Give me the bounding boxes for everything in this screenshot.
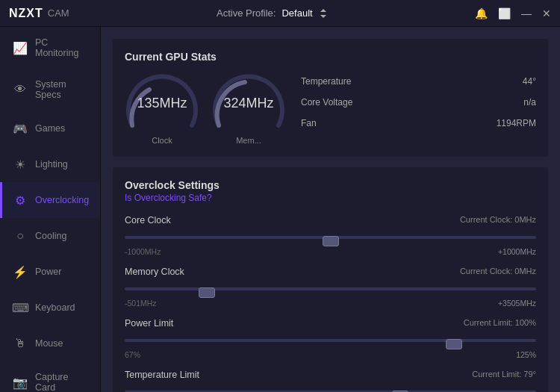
power-limit-thumb[interactable]	[446, 339, 462, 349]
fan-value: 1194RPM	[497, 118, 536, 128]
temp-limit-setting: Temperature Limit Current Limit: 79° 60°…	[125, 370, 536, 392]
temperature-stat: Temperature 44°	[301, 73, 536, 87]
core-clock-label: Core Clock	[125, 215, 171, 225]
system-specs-label: System Specs	[35, 79, 90, 100]
gpu-gauges: 135MHz Clock 324MHz Mem...	[125, 73, 286, 145]
overclock-card: Overclock Settings Is Overclocking Safe?…	[113, 167, 548, 392]
core-clock-setting: Core Clock Current Clock: 0MHz -1000MHz …	[125, 215, 536, 256]
memory-clock-label: Memory Clock	[125, 267, 184, 277]
minimize-button[interactable]: —	[521, 7, 532, 19]
capture-card-label: Capture Card	[35, 372, 90, 392]
temperature-info: Temperature 44°	[301, 76, 536, 87]
core-clock-header: Core Clock Current Clock: 0MHz	[125, 215, 536, 225]
power-limit-label: Power Limit	[125, 318, 173, 329]
core-voltage-label: Core Voltage	[301, 97, 352, 108]
power-limit-min: 67%	[125, 350, 140, 359]
fan-label: Fan	[301, 118, 317, 128]
games-icon: 🎮	[13, 121, 28, 136]
power-icon: ⚡	[13, 264, 28, 279]
capture-card-icon: 📷	[13, 375, 28, 390]
active-profile: Active Profile: Default	[217, 7, 328, 19]
power-limit-setting: Power Limit Current Limit: 100% 67% 125%	[125, 318, 536, 359]
sidebar-item-pc-monitoring[interactable]: 📈PC Monitoring	[0, 27, 100, 69]
logo: NZXT CAM	[9, 7, 69, 20]
gpu-stats-card: Current GPU Stats 135MHz Clock	[113, 39, 548, 157]
sidebar-item-games[interactable]: 🎮Games	[0, 111, 100, 146]
core-voltage-stat: Core Voltage n/a	[301, 94, 536, 108]
power-limit-current: Current Limit: 100%	[464, 318, 536, 329]
logo-nzxt: NZXT	[9, 7, 43, 20]
memory-clock-setting: Memory Clock Current Clock: 0MHz -501MHz…	[125, 267, 536, 308]
mouse-label: Mouse	[35, 338, 63, 349]
temperature-label: Temperature	[301, 76, 351, 87]
sidebar-item-mouse[interactable]: 🖱Mouse	[0, 326, 100, 361]
sidebar: 📈PC Monitoring👁System Specs🎮Games☀Lighti…	[0, 27, 101, 392]
sidebar-item-system-specs[interactable]: 👁System Specs	[0, 69, 100, 111]
memory-clock-thumb[interactable]	[199, 287, 215, 298]
fan-stat: Fan 1194RPM	[301, 115, 536, 128]
pc-monitoring-icon: 📈	[13, 40, 28, 55]
power-limit-max: 125%	[516, 350, 536, 359]
pc-monitoring-label: PC Monitoring	[35, 37, 90, 58]
title-bar: NZXT CAM Active Profile: Default 🔔 ⬜ — ✕	[0, 0, 560, 27]
temperature-value: 44°	[523, 76, 536, 87]
memory-clock-slider[interactable]	[125, 281, 536, 296]
clock-gauge-dial: 135MHz	[125, 73, 199, 133]
mouse-icon: 🖱	[13, 336, 28, 351]
memory-clock-current: Current Clock: 0MHz	[460, 267, 536, 277]
temp-limit-slider[interactable]	[125, 385, 536, 392]
overclock-title: Overclock Settings	[125, 179, 536, 191]
lighting-icon: ☀	[13, 157, 28, 172]
overclock-subtitle[interactable]: Is Overclocking Safe?	[125, 193, 536, 203]
sidebar-item-capture-card[interactable]: 📷Capture Card	[0, 361, 100, 392]
core-clock-track	[125, 236, 536, 239]
close-button[interactable]: ✕	[542, 7, 551, 19]
games-label: Games	[35, 123, 65, 134]
sidebar-item-overclocking[interactable]: ⚙Overclocking	[0, 182, 100, 218]
gpu-stats-content: 135MHz Clock 324MHz Mem...	[125, 73, 536, 145]
sidebar-item-power[interactable]: ⚡Power	[0, 254, 100, 290]
mem-gauge-dial: 324MHz	[211, 73, 286, 133]
cooling-icon: ○	[13, 228, 28, 243]
keyboard-icon: ⌨	[13, 300, 28, 315]
mem-gauge-value: 324MHz	[223, 96, 273, 111]
core-voltage-info: Core Voltage n/a	[301, 97, 536, 108]
content-area: Current GPU Stats 135MHz Clock	[101, 27, 560, 392]
notification-icon[interactable]: 🔔	[475, 7, 488, 19]
clock-gauge-value: 135MHz	[137, 96, 187, 111]
gpu-stats-right: Temperature 44° Core Voltage n/a	[301, 73, 536, 145]
clock-gauge: 135MHz Clock	[125, 73, 199, 145]
memory-clock-header: Memory Clock Current Clock: 0MHz	[125, 267, 536, 277]
main-layout: 📈PC Monitoring👁System Specs🎮Games☀Lighti…	[0, 27, 560, 392]
keyboard-label: Keyboard	[35, 302, 75, 313]
cooling-label: Cooling	[35, 231, 66, 241]
core-clock-max: +1000MHz	[498, 247, 536, 256]
power-limit-range: 67% 125%	[125, 350, 536, 359]
sidebar-item-keyboard[interactable]: ⌨Keyboard	[0, 290, 100, 326]
mem-gauge-label: Mem...	[236, 136, 261, 145]
overclocking-icon: ⚙	[13, 193, 28, 208]
temp-limit-header: Temperature Limit Current Limit: 79°	[125, 370, 536, 380]
core-clock-current: Current Clock: 0MHz	[460, 215, 536, 225]
power-limit-slider[interactable]	[125, 333, 536, 348]
window-controls: 🔔 ⬜ — ✕	[475, 7, 551, 19]
display-icon[interactable]: ⬜	[498, 7, 511, 19]
power-label: Power	[35, 267, 61, 277]
core-voltage-value: n/a	[523, 97, 536, 108]
core-clock-slider[interactable]	[125, 230, 536, 245]
core-clock-thumb[interactable]	[323, 236, 339, 246]
profile-chevrons[interactable]	[319, 7, 328, 19]
overclocking-label: Overclocking	[35, 195, 89, 205]
sidebar-item-lighting[interactable]: ☀Lighting	[0, 146, 100, 182]
core-clock-min: -1000MHz	[125, 247, 161, 256]
memory-clock-track	[125, 287, 536, 290]
memory-clock-max: +3505MHz	[498, 299, 536, 308]
profile-name: Default	[281, 7, 312, 19]
power-limit-track	[125, 339, 536, 342]
logo-cam: CAM	[48, 7, 69, 19]
clock-gauge-label: Clock	[152, 136, 172, 145]
sidebar-item-cooling[interactable]: ○Cooling	[0, 218, 100, 254]
memory-clock-range: -501MHz +3505MHz	[125, 299, 536, 308]
lighting-label: Lighting	[35, 159, 68, 169]
power-limit-header: Power Limit Current Limit: 100%	[125, 318, 536, 329]
